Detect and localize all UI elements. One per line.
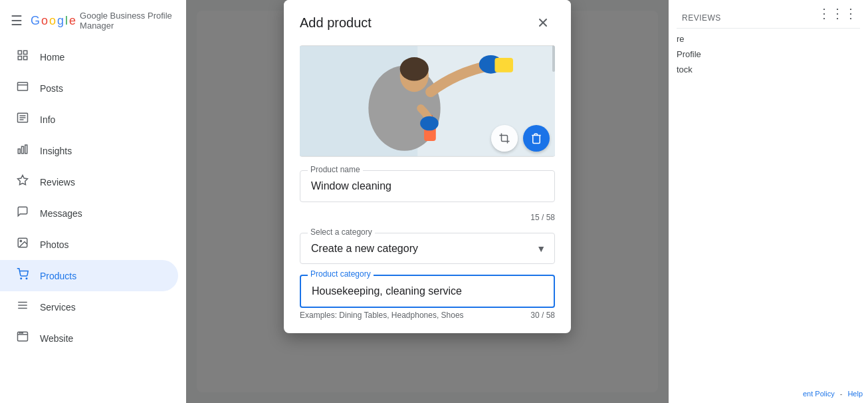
google-logo: Google Google Business Profile Manager — [31, 11, 175, 31]
sidebar-item-products[interactable]: Products — [0, 260, 178, 291]
info-icon — [16, 112, 29, 127]
svg-point-32 — [400, 57, 429, 80]
sidebar-item-label: Info — [40, 114, 55, 125]
logo-letter: l — [65, 14, 68, 28]
select-category-label: Select a category — [308, 227, 375, 237]
sidebar-item-messages[interactable]: Messages — [0, 198, 178, 229]
logo-letter: o — [41, 14, 48, 28]
right-panel-content: re Profile tock — [677, 34, 860, 74]
website-icon — [16, 331, 29, 346]
sidebar-item-posts[interactable]: Posts — [0, 72, 178, 104]
photos-icon — [16, 237, 29, 252]
hamburger-icon[interactable]: ☰ — [11, 13, 23, 29]
add-product-dialog: Add product — [284, 0, 571, 333]
reviews-icon — [16, 174, 29, 190]
top-right-menu: ⋮⋮⋮ — [817, 5, 857, 21]
svg-rect-12 — [25, 145, 27, 154]
svg-point-15 — [21, 278, 22, 279]
messages-icon — [16, 205, 29, 221]
svg-rect-10 — [18, 149, 20, 154]
policy-link[interactable]: ent Policy — [803, 390, 835, 398]
product-name-label: Product name — [308, 165, 363, 174]
modal-overlay: Add product — [186, 0, 669, 403]
sidebar-item-label: Products — [40, 271, 76, 281]
sidebar-item-label: Messages — [40, 208, 82, 219]
panel-text-tock: tock — [677, 65, 860, 74]
dialog-title: Add product — [300, 15, 372, 31]
logo-letter: G — [31, 14, 40, 28]
logo-letter: g — [57, 14, 64, 28]
apps-icon[interactable]: ⋮⋮⋮ — [817, 6, 857, 21]
product-image-section — [300, 45, 555, 157]
category-examples: Examples: Dining Tables, Headphones, Sho… — [300, 311, 555, 320]
sidebar-item-insights[interactable]: Insights — [0, 135, 178, 166]
svg-rect-11 — [22, 146, 24, 154]
product-category-input[interactable] — [300, 275, 555, 308]
panel-text-re: re — [677, 34, 860, 44]
sidebar-item-reviews[interactable]: Reviews — [0, 166, 178, 198]
select-category-dropdown[interactable]: Create a new category — [300, 233, 555, 264]
category-char-count: 30 / 58 — [530, 311, 555, 320]
image-actions — [491, 125, 550, 152]
svg-point-16 — [26, 278, 27, 279]
sidebar-item-label: Services — [40, 302, 76, 313]
product-name-char-count: 15 / 58 — [300, 213, 555, 222]
svg-rect-1 — [24, 51, 27, 54]
sidebar-item-photos[interactable]: Photos — [0, 229, 178, 260]
sidebar-item-label: Reviews — [40, 177, 75, 188]
help-link[interactable]: Help — [847, 390, 863, 398]
product-category-field: Product category — [300, 275, 555, 308]
product-name-input[interactable] — [300, 170, 555, 202]
svg-point-37 — [420, 116, 439, 131]
svg-rect-4 — [18, 82, 28, 90]
select-category-wrapper: Select a category Create a new category … — [300, 233, 555, 264]
sidebar-item-label: Posts — [40, 83, 63, 94]
right-panel: REVIEWS re Profile tock ent Policy - Hel… — [669, 0, 868, 403]
sidebar-item-label: Photos — [40, 239, 69, 250]
panel-text-profile: Profile — [677, 49, 860, 59]
product-category-label: Product category — [308, 269, 374, 279]
main-content: Add product — [186, 0, 669, 403]
close-button[interactable] — [531, 11, 555, 35]
sidebar-header: ☰ Google Google Business Profile Manager — [0, 5, 186, 41]
app-title: Google Business Profile Manager — [80, 11, 175, 31]
logo-letter: o — [49, 14, 56, 28]
crop-button[interactable] — [491, 125, 518, 152]
home-icon — [16, 49, 29, 65]
form-section: Product name 15 / 58 Select a category C… — [284, 157, 571, 333]
sidebar-item-services[interactable]: Services — [0, 291, 178, 323]
svg-point-14 — [20, 240, 21, 241]
examples-hint: Examples: Dining Tables, Headphones, Sho… — [300, 311, 464, 320]
sidebar-item-website[interactable]: Website — [0, 323, 178, 354]
footer-separator: - — [840, 390, 843, 398]
posts-icon — [16, 80, 29, 96]
insights-icon — [16, 143, 29, 158]
logo-letter: e — [69, 14, 76, 28]
products-icon — [16, 268, 29, 283]
product-name-field: Product name — [300, 170, 555, 202]
sidebar-item-label: Insights — [40, 146, 72, 156]
delete-image-button[interactable] — [523, 125, 550, 152]
sidebar-item-home[interactable]: Home — [0, 41, 178, 72]
services-icon — [16, 299, 29, 315]
sidebar: ☰ Google Google Business Profile Manager… — [0, 0, 186, 403]
svg-rect-3 — [24, 57, 27, 60]
dialog-header: Add product — [284, 0, 571, 45]
svg-rect-0 — [18, 51, 21, 54]
svg-rect-2 — [18, 57, 21, 60]
sidebar-item-label: Home — [40, 52, 64, 63]
scroll-indicator — [552, 45, 555, 72]
footer: ent Policy - Help — [803, 390, 863, 398]
sidebar-item-info[interactable]: Info — [0, 104, 178, 135]
sidebar-item-label: Website — [40, 333, 73, 344]
svg-rect-34 — [494, 58, 513, 72]
